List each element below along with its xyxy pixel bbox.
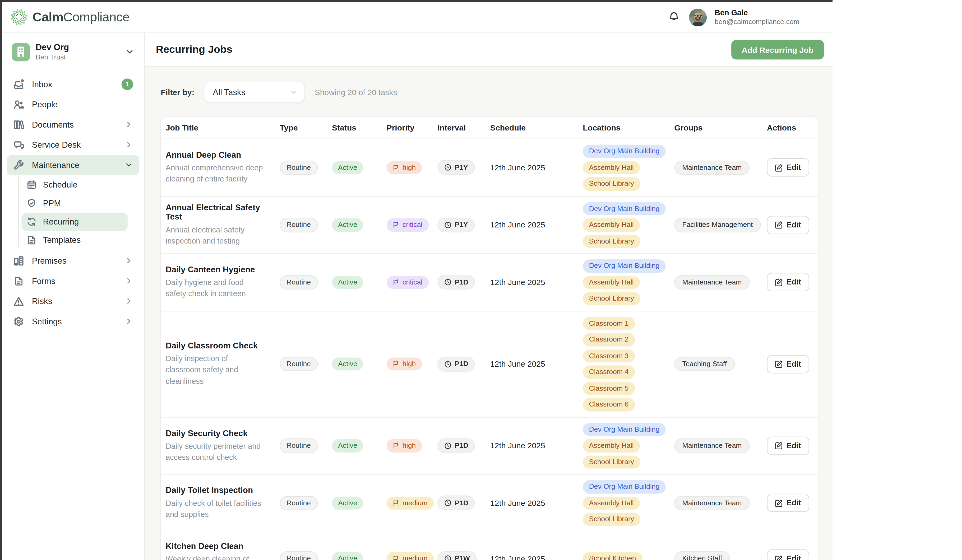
flag-icon [393,360,400,367]
locations-cell: Dev Org Main BuildingAssembly HallSchool… [578,202,670,248]
edit-icon [775,278,783,286]
sidebar-item-risks[interactable]: Risks [7,291,139,311]
type-badge: Routine [280,160,318,175]
status-badge: Active [332,552,363,560]
location-pill: School Library [583,235,640,248]
edit-button[interactable]: Edit [767,158,809,177]
interval-cell: P1D [433,275,486,290]
location-pill: School Library [583,455,640,468]
sidebar-item-settings[interactable]: Settings [7,311,139,331]
gear-icon [13,315,24,327]
column-header-interval: Interval [433,123,486,133]
chevron-down-icon [125,47,134,56]
edit-button[interactable]: Edit [767,273,809,291]
column-header-schedule: Schedule [485,123,578,133]
topbar-right: Ben Gale ben@calmcompliance.com [667,8,799,26]
user-avatar[interactable] [689,8,707,26]
sidebar-item-premises[interactable]: Premises [7,251,139,271]
sidebar-item-label: Forms [32,276,55,286]
location-pill: Classroom 1 [583,317,634,330]
actions-cell: Edit [762,355,809,373]
priority-cell: critical [382,218,433,232]
interval-cell: P1D [433,496,486,510]
edit-button[interactable]: Edit [767,436,809,455]
interval-cell: P1D [433,438,486,453]
clock-icon [444,360,452,368]
locations-cell: Dev Org Main BuildingAssembly HallSchool… [578,480,670,526]
sidebar-item-recurring[interactable]: Recurring [21,212,128,231]
brand-logo[interactable]: CalmCompliance [10,8,129,26]
showing-count-text: Showing 20 of 20 tasks [315,87,397,97]
column-header-type: Type [275,123,327,133]
locations-cell: Classroom 1Classroom 2Classroom 3Classro… [578,317,670,411]
edit-button[interactable]: Edit [767,355,809,373]
user-info[interactable]: Ben Gale ben@calmcompliance.com [715,8,799,26]
user-email: ben@calmcompliance.com [715,18,799,26]
sidebar-item-ppm[interactable]: PPM [21,194,128,212]
org-building-icon [11,43,30,61]
table-row: Daily Security CheckDaily security perim… [161,417,818,474]
column-header-actions: Actions [762,123,809,133]
sidebar-item-people[interactable]: People [7,94,139,115]
window-frame-top [0,0,833,2]
status-cell: Active [327,357,382,371]
actions-cell: Edit [762,549,809,560]
edit-button[interactable]: Edit [767,549,809,560]
priority-badge: high [387,357,422,371]
status-cell: Active [327,439,382,452]
chevron-right-icon [124,317,133,326]
edit-button[interactable]: Edit [767,216,809,234]
job-title-cell: Daily Security CheckDaily security perim… [161,428,275,463]
priority-badge: medium [387,552,434,560]
page-title: Recurring Jobs [156,43,232,56]
priority-badge: high [387,439,422,452]
flag-icon [393,442,400,449]
sidebar-item-label: Documents [32,120,74,129]
file-icon [13,275,24,286]
unread-count-badge: 1 [121,78,133,90]
interval-cell: P1D [433,357,486,372]
job-title: Annual Electrical Safety Test [166,203,270,222]
sidebar-item-service-desk[interactable]: Service Desk [7,135,139,155]
job-title-cell: Annual Deep CleanAnnual comprehensive de… [161,150,275,185]
sidebar-item-schedule[interactable]: Schedule [21,175,128,194]
actions-cell: Edit [762,273,809,291]
locations-cell: Dev Org Main BuildingAssembly HallSchool… [578,145,670,190]
interval-badge: P1D [437,275,475,290]
job-description: Daily inspection of classroom safety and… [166,354,270,387]
priority-cell: high [382,161,433,174]
location-pill: School Library [583,177,640,190]
clock-icon [444,221,452,229]
priority-badge: critical [387,275,429,289]
brand-name: CalmCompliance [32,10,129,24]
edit-button[interactable]: Edit [767,494,809,512]
type-badge: Routine [280,496,318,510]
type-cell: Routine [275,357,327,371]
sidebar-item-documents[interactable]: Documents [7,114,139,135]
flag-icon [393,279,400,286]
location-pill: Assembly Hall [583,439,640,452]
add-recurring-job-button[interactable]: Add Recurring Job [731,40,824,60]
column-header-priority: Priority [382,123,433,133]
sidebar-item-label: Service Desk [32,140,81,150]
group-badge: Maintenance Team [674,275,749,290]
task-filter-dropdown[interactable]: All Tasks [203,82,305,103]
sidebar-item-templates[interactable]: Templates [21,231,128,249]
sidebar-item-forms[interactable]: Forms [7,271,139,291]
status-badge: Active [332,439,363,452]
type-cell: Routine [275,218,327,232]
sidebar-item-maintenance[interactable]: Maintenance [7,155,139,175]
locations-cell: School Kitchen [578,552,670,560]
job-description: Daily hygiene and food safety check in c… [166,277,270,299]
group-badge: Maintenance Team [674,160,749,175]
sidebar-item-inbox[interactable]: Inbox1 [7,74,139,94]
job-description: Daily check of toilet facilities and sup… [166,498,270,520]
type-badge: Routine [280,357,318,371]
chevron-right-icon [124,256,133,265]
column-header-job-title: Job Title [161,123,275,133]
schedule-cell: 12th June 2025 [485,499,578,508]
interval-badge: P1D [437,438,475,453]
locations-cell: Dev Org Main BuildingAssembly HallSchool… [578,423,670,468]
notifications-bell-icon[interactable] [667,10,681,24]
org-selector[interactable]: Dev Org Ben Trust [7,39,139,65]
